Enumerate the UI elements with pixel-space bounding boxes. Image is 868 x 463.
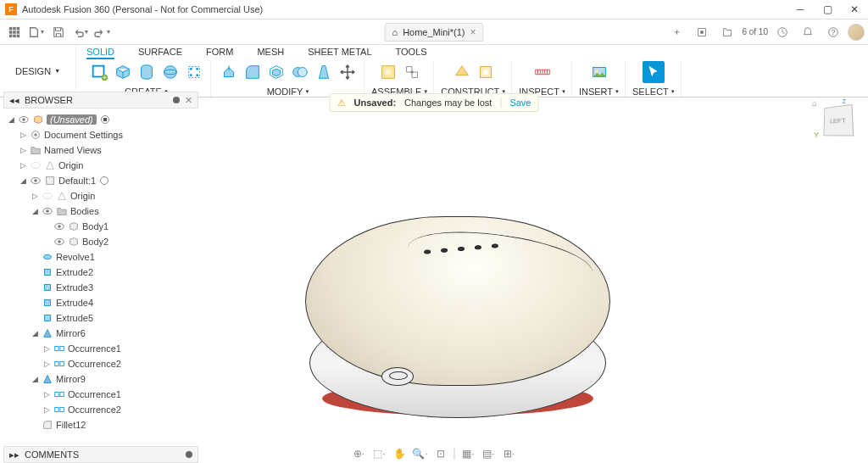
node-extrude4[interactable]: Extrude4 xyxy=(3,295,198,310)
zoom-icon[interactable]: 🔍· xyxy=(412,446,429,461)
expand-icon[interactable]: ▸▸ xyxy=(9,449,19,460)
redo-icon[interactable]: ▼ xyxy=(93,23,112,42)
orbit-icon[interactable]: ⊕· xyxy=(351,446,368,461)
close-panel-icon[interactable]: ✕ xyxy=(185,95,192,106)
node-fillet[interactable]: Fillet12 xyxy=(3,417,198,432)
view-cube[interactable]: ⌂ z LEFT Y xyxy=(817,100,858,141)
tab-mesh[interactable]: MESH xyxy=(257,47,284,59)
node-occ2[interactable]: ▷Occurrence2 xyxy=(3,356,198,371)
extrude-icon xyxy=(42,312,53,324)
joint-icon[interactable] xyxy=(401,61,423,83)
activate-radio[interactable] xyxy=(101,115,109,124)
fillet-icon[interactable] xyxy=(242,61,264,83)
svg-rect-57 xyxy=(55,392,58,396)
save-icon[interactable] xyxy=(49,23,68,42)
node-extrude5[interactable]: Extrude5 xyxy=(3,310,198,326)
new-tab-button[interactable]: ＋ xyxy=(667,23,686,42)
undo-icon[interactable]: ▼ xyxy=(71,23,90,42)
extensions-icon[interactable] xyxy=(693,23,711,42)
node-origin[interactable]: ▷Origin xyxy=(3,158,198,173)
combine-icon[interactable] xyxy=(289,61,311,83)
svg-point-26 xyxy=(385,69,391,75)
node-mirror9[interactable]: ◢Mirror9 xyxy=(3,371,198,387)
move-icon[interactable] xyxy=(337,61,359,83)
measure-icon[interactable] xyxy=(531,61,554,83)
tab-solid[interactable]: SOLID xyxy=(86,47,114,59)
browser-header[interactable]: ◂◂ BROWSER ✕ xyxy=(3,92,198,109)
sphere-icon[interactable] xyxy=(159,61,181,83)
mirror-icon xyxy=(42,373,53,385)
node-views[interactable]: ▷Named Views xyxy=(3,142,198,158)
shell-icon[interactable] xyxy=(265,61,287,83)
sketch-icon[interactable] xyxy=(88,61,110,83)
pan-icon[interactable]: ✋ xyxy=(392,446,409,461)
node-body2[interactable]: Body2 xyxy=(3,234,198,249)
node-extrude2[interactable]: Extrude2 xyxy=(3,265,198,280)
node-extrude3[interactable]: Extrude3 xyxy=(3,280,198,295)
draft-icon[interactable] xyxy=(313,61,335,83)
user-avatar[interactable] xyxy=(848,24,865,41)
fillet-icon xyxy=(42,419,53,431)
component-icon[interactable] xyxy=(377,61,399,83)
grid-icon[interactable]: ▤· xyxy=(481,446,498,461)
viewport-icon[interactable]: ⊞· xyxy=(501,446,518,461)
model-3d[interactable] xyxy=(305,216,610,420)
home-icon[interactable]: ⌂ xyxy=(812,98,817,108)
comments-panel[interactable]: ▸▸ COMMENTS xyxy=(3,446,198,463)
fit-icon[interactable]: ⊡ xyxy=(432,446,449,461)
document-tab[interactable]: ⌂ Home_Mini*(1) × xyxy=(384,23,483,42)
tab-surface[interactable]: SURFACE xyxy=(138,47,182,59)
display-icon[interactable]: ▦· xyxy=(460,446,477,461)
root-node[interactable]: ◢(Unsaved) xyxy=(3,112,198,127)
node-occ1[interactable]: ▷Occurrence1 xyxy=(3,341,198,356)
component-icon xyxy=(44,175,56,187)
tab-close-icon[interactable]: × xyxy=(470,26,476,38)
select-icon[interactable] xyxy=(643,61,665,83)
cylinder-icon[interactable] xyxy=(136,61,158,83)
group-construct: CONSTRUCT▼ xyxy=(436,61,512,97)
bell-icon[interactable] xyxy=(798,23,817,42)
alert-save-link[interactable]: Save xyxy=(500,98,531,108)
options-icon[interactable] xyxy=(173,97,180,103)
node-default[interactable]: ◢Default:1 xyxy=(3,173,198,188)
node-body1[interactable]: Body1 xyxy=(3,219,198,234)
insert-icon[interactable] xyxy=(588,61,610,83)
svg-rect-2 xyxy=(17,26,20,30)
svg-rect-49 xyxy=(45,270,51,276)
node-revolve[interactable]: Revolve1 xyxy=(3,249,198,265)
svg-point-24 xyxy=(298,68,307,77)
tab-sheetmetal[interactable]: SHEET METAL xyxy=(308,47,371,59)
jobs-icon[interactable] xyxy=(718,23,737,42)
box-icon[interactable] xyxy=(112,61,134,83)
activate-radio[interactable] xyxy=(100,176,108,185)
group-inspect: INSPECT▼ xyxy=(514,61,572,97)
node-occ1b[interactable]: ▷Occurrence1 xyxy=(3,387,198,402)
clock-icon[interactable] xyxy=(773,23,792,42)
presspull-icon[interactable] xyxy=(218,61,240,83)
close-button[interactable]: ✕ xyxy=(841,0,868,20)
node-origin2[interactable]: ▷Origin xyxy=(3,188,198,204)
minimize-button[interactable]: ─ xyxy=(787,0,814,20)
node-occ2b[interactable]: ▷Occurrence2 xyxy=(3,402,198,417)
torus-icon[interactable] xyxy=(183,61,205,83)
axis-icon[interactable] xyxy=(475,61,497,83)
cube-face[interactable]: LEFT xyxy=(823,104,854,137)
body-icon xyxy=(68,220,80,232)
node-bodies[interactable]: ◢Bodies xyxy=(3,204,198,219)
node-mirror6[interactable]: ◢Mirror6 xyxy=(3,326,198,341)
lookat-icon[interactable]: ⬚· xyxy=(371,446,388,461)
apps-icon[interactable] xyxy=(5,23,24,42)
tab-form[interactable]: FORM xyxy=(206,47,233,59)
maximize-button[interactable]: ▢ xyxy=(814,0,841,20)
collapse-icon[interactable]: ◂◂ xyxy=(9,95,19,106)
help-icon[interactable]: ? xyxy=(824,23,843,42)
group-assemble: ASSEMBLE▼ xyxy=(366,61,434,97)
options-icon[interactable] xyxy=(186,451,192,458)
svg-rect-3 xyxy=(9,31,13,34)
node-docset[interactable]: ▷Document Settings xyxy=(3,127,198,142)
file-icon[interactable]: ▼ xyxy=(27,23,46,42)
workspace-switcher[interactable]: DESIGN▼ xyxy=(0,45,76,97)
tab-tools[interactable]: TOOLS xyxy=(396,47,427,59)
plane-icon[interactable] xyxy=(451,61,473,83)
svg-rect-52 xyxy=(45,315,51,321)
